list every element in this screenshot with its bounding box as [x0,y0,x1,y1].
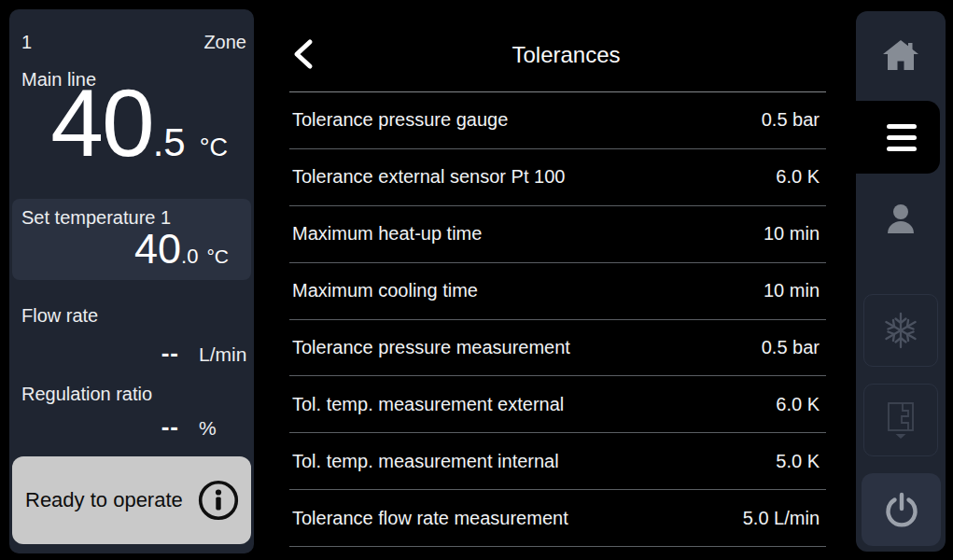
main-temp-unit: °C [200,133,228,162]
tolerance-label: Tolerance pressure measurement [292,337,570,358]
tolerance-label: Maximum heat-up time [292,223,482,245]
home-icon [883,40,918,70]
mold-icon [884,400,918,440]
sidebar-item-cooling[interactable] [863,294,938,367]
regulation-ratio-value: -- [19,413,179,441]
tolerance-row[interactable]: Tolerance pressure measurement 0.5 bar [289,320,826,377]
tolerances-list: Tolerance pressure gauge 0.5 bar Toleran… [289,92,826,547]
page-title: Tolerances [298,42,834,68]
set-temperature-card[interactable]: Set temperature 1 40.0°C [12,199,251,280]
sidebar-item-power[interactable] [862,473,941,546]
tolerances-page: Tolerances Tolerance pressure gauge 0.5 … [289,0,826,560]
zone-number: 1 [21,32,32,53]
tolerance-row[interactable]: Tolerance pressure gauge 0.5 bar [289,92,826,149]
tolerance-row[interactable]: Tol. temp. measurement internal 5.0 K [289,433,826,490]
tolerance-value: 10 min [764,280,820,301]
tolerance-label: Maximum cooling time [292,280,478,301]
flow-rate-value: -- [19,339,179,368]
hmi-screen: 1 Zone Main line 40.5°C Set temperature … [0,0,953,560]
set-temp-frac: .0 [181,245,198,269]
zone-panel: 1 Zone Main line 40.5°C Set temperature … [9,9,254,553]
tolerance-label: Tol. temp. measurement external [292,394,564,415]
tolerance-value: 5.0 L/min [743,508,820,529]
status-ready-banner[interactable]: Ready to operate [12,456,251,544]
power-icon [883,491,920,528]
tolerance-value: 0.5 bar [762,337,820,358]
tolerance-value: 10 min [764,223,820,245]
tolerance-row[interactable]: Tol. temp. measurement external 6.0 K [289,376,826,433]
status-label: Ready to operate [25,488,183,512]
page-header: Tolerances [289,0,826,92]
sidebar-item-user[interactable] [856,196,946,246]
flow-rate-label: Flow rate [21,305,98,327]
info-icon[interactable] [197,479,240,522]
main-temperature-display: 40.5°C [50,76,228,171]
regulation-ratio-value-row: -- % [19,413,254,441]
flow-rate-value-row: -- L/min [19,339,254,368]
main-temp-int: 40 [50,76,152,171]
tolerance-value: 5.0 K [776,451,820,472]
zone-label: Zone [203,32,246,53]
main-temp-frac: .5 [153,120,186,165]
user-icon [883,202,918,241]
sidebar-item-mold[interactable] [863,384,938,456]
tolerance-row[interactable]: Tolerance flow rate measurement 5.0 L/mi… [289,490,826,547]
regulation-ratio-unit: % [199,417,217,440]
tolerance-row[interactable]: Tolerance external sensor Pt 100 6.0 K [289,149,826,206]
tolerance-value: 6.0 K [776,394,820,415]
sidebar-item-menu-active[interactable] [831,101,940,174]
menu-icon [887,124,917,151]
tolerance-value: 0.5 bar [762,109,820,131]
sidebar-item-home[interactable] [856,11,946,99]
tolerance-label: Tolerance pressure gauge [292,109,508,131]
flow-rate-unit: L/min [199,343,246,366]
set-temperature-value: 40.0°C [134,228,229,270]
tolerance-label: Tol. temp. measurement internal [292,451,559,472]
set-temp-int: 40 [134,228,181,270]
tolerance-row[interactable]: Maximum heat-up time 10 min [289,206,826,263]
snowflake-icon [881,311,920,350]
tolerance-value: 6.0 K [776,166,820,188]
set-temp-unit: °C [206,245,229,268]
tolerance-label: Tolerance external sensor Pt 100 [292,166,565,188]
regulation-ratio-label: Regulation ratio [21,384,152,405]
tolerance-row[interactable]: Maximum cooling time 10 min [289,263,826,320]
tolerance-label: Tolerance flow rate measurement [292,508,568,529]
